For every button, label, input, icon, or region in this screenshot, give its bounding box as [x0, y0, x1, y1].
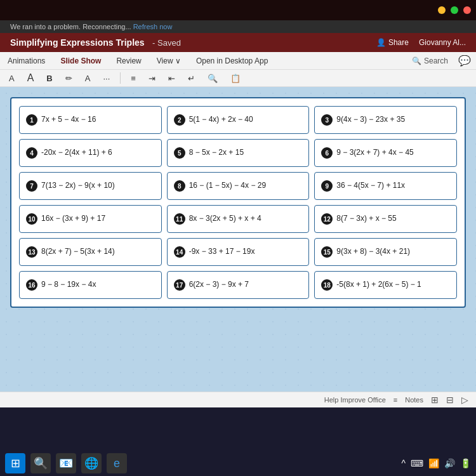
edge-taskbar[interactable]: e — [107, 453, 127, 473]
view-icon-2[interactable]: ⊟ — [446, 395, 454, 405]
expr-num-10: 10 — [26, 213, 37, 225]
bold-button[interactable]: B — [43, 73, 56, 84]
ribbon-search-group: 🔍 Search — [412, 56, 448, 65]
tray-volume[interactable]: 🔊 — [444, 458, 455, 468]
notes-icon: ≡ — [393, 396, 397, 404]
expression-card-18: 18-5(8x + 1) + 2(6x − 5) − 1 — [314, 271, 457, 299]
expr-num-16: 16 — [26, 279, 37, 291]
expr-text-10: 16x − (3x + 9) + 17 — [41, 214, 105, 224]
mail-taskbar[interactable]: 📧 — [56, 453, 76, 473]
expr-num-2: 2 — [174, 114, 185, 126]
reconnect-message: We ran into a problem. Reconnecting... — [10, 23, 131, 30]
indent-button[interactable]: ⇥ — [145, 73, 159, 84]
expr-text-16: 9 − 8 − 19x − 4x — [41, 280, 96, 290]
font-color-button[interactable]: A — [81, 73, 95, 84]
ribbon-slideshow[interactable]: Slide Show — [58, 55, 103, 67]
share-button[interactable]: 👤 Share — [376, 38, 409, 47]
expr-num-1: 1 — [26, 114, 37, 126]
search-taskbar[interactable]: 🔍 — [30, 453, 51, 473]
view-icon-1[interactable]: ⊞ — [431, 395, 439, 405]
expr-num-5: 5 — [174, 147, 185, 159]
expression-card-16: 169 − 8 − 19x − 4x — [19, 271, 162, 299]
accessibility[interactable]: 📋 — [227, 73, 244, 84]
expr-text-4: -20x − 2(4x + 11) + 6 — [41, 148, 112, 158]
ribbon-review[interactable]: Review — [114, 55, 143, 67]
maximize-btn[interactable] — [451, 6, 458, 14]
font-size-increase[interactable]: A — [23, 72, 38, 84]
user-name: Giovanny Al... — [419, 38, 466, 47]
tray-chevron[interactable]: ^ — [401, 458, 406, 468]
expr-num-11: 11 — [174, 213, 185, 225]
expr-num-3: 3 — [321, 114, 333, 126]
expr-text-13: 8(2x + 7) − 5(3x + 14) — [41, 247, 115, 257]
expr-num-15: 15 — [321, 246, 333, 258]
comment-icon[interactable]: 💬 — [458, 55, 471, 67]
text-direction[interactable]: ↵ — [184, 73, 199, 84]
expression-card-4: 4-20x − 2(4x + 11) + 6 — [19, 139, 162, 167]
pen-button[interactable]: ✏ — [62, 73, 76, 84]
ribbon-view[interactable]: View ∨ — [154, 55, 183, 67]
refresh-link[interactable]: Refresh now — [133, 23, 173, 30]
title-bar — [0, 0, 476, 20]
search-label[interactable]: Search — [424, 56, 448, 65]
app-title-group: Simplifying Expressions Triples - Saved — [10, 37, 181, 48]
view-icon-3[interactable]: ▷ — [461, 395, 468, 405]
font-size-decrease[interactable]: A — [5, 73, 18, 84]
expr-text-2: 5(1 − 4x) + 2x − 40 — [189, 115, 253, 125]
expression-card-12: 128(7 − 3x) + x − 55 — [314, 205, 457, 233]
bottom-bar: Help Improve Office ≡ Notes ⊞ ⊟ ▷ — [0, 392, 476, 407]
expr-num-6: 6 — [321, 147, 333, 159]
help-text[interactable]: Help Improve Office — [324, 396, 386, 404]
expr-text-9: 36 − 4(5x − 7) + 11x — [336, 181, 405, 191]
expression-grid: 17x + 5 − 4x − 1625(1 − 4x) + 2x − 4039(… — [10, 97, 466, 308]
ribbon-animations[interactable]: Animations — [5, 55, 48, 67]
app-header: Simplifying Expressions Triples - Saved … — [0, 33, 476, 52]
expression-card-9: 936 − 4(5x − 7) + 11x — [314, 172, 457, 200]
expression-card-1: 17x + 5 − 4x − 16 — [19, 106, 162, 134]
share-icon: 👤 — [376, 38, 386, 47]
expression-card-2: 25(1 − 4x) + 2x − 40 — [167, 106, 310, 134]
tray-keyboard[interactable]: ⌨ — [411, 458, 423, 468]
list-button[interactable]: ≡ — [127, 73, 140, 84]
ribbon: Animations Slide Show Review View ∨ Open… — [0, 52, 476, 70]
expression-card-15: 159(3x + 8) − 3(4x + 21) — [314, 238, 457, 266]
notes-label[interactable]: Notes — [405, 396, 423, 404]
expr-text-1: 7x + 5 − 4x − 16 — [41, 115, 96, 125]
tray-battery[interactable]: 🔋 — [460, 458, 471, 468]
expression-card-8: 816 − (1 − 5x) − 4x − 29 — [167, 172, 310, 200]
expr-text-5: 8 − 5x − 2x + 15 — [189, 148, 244, 158]
outdent-button[interactable]: ⇤ — [164, 73, 179, 84]
search-format[interactable]: 🔍 — [204, 73, 221, 84]
ribbon-open-desktop[interactable]: Open in Desktop App — [194, 55, 270, 67]
expression-card-14: 14-9x − 33 + 17 − 19x — [167, 238, 310, 266]
reconnect-bar: We ran into a problem. Reconnecting... R… — [0, 20, 476, 33]
expr-num-12: 12 — [321, 213, 333, 225]
expr-num-4: 4 — [26, 147, 37, 159]
app-saved-status: - Saved — [152, 38, 181, 48]
expression-card-3: 39(4x − 3) − 23x + 35 — [314, 106, 457, 134]
tray-wifi[interactable]: 📶 — [428, 458, 439, 468]
format-bar: A A B ✏ A ··· ≡ ⇥ ⇤ ↵ 🔍 📋 — [0, 70, 476, 87]
expr-num-7: 7 — [26, 180, 37, 192]
expr-text-7: 7(13 − 2x) − 9(x + 10) — [41, 181, 115, 191]
browser-taskbar[interactable]: 🌐 — [81, 453, 102, 473]
app-title: Simplifying Expressions Triples — [10, 37, 145, 48]
expr-text-14: -9x − 33 + 17 − 19x — [189, 247, 255, 257]
taskbar: ⊞ 🔍 📧 🌐 e ^ ⌨ 📶 🔊 🔋 — [0, 451, 476, 476]
more-options[interactable]: ··· — [99, 73, 114, 84]
expr-num-17: 17 — [174, 279, 185, 291]
close-btn[interactable] — [463, 6, 471, 14]
minimize-btn[interactable] — [438, 6, 446, 14]
search-icon: 🔍 — [412, 56, 421, 65]
expr-text-6: 9 − 3(2x + 7) + 4x − 45 — [336, 148, 413, 158]
start-button[interactable]: ⊞ — [5, 453, 25, 473]
expr-num-9: 9 — [321, 180, 333, 192]
expr-text-18: -5(8x + 1) + 2(6x − 5) − 1 — [336, 280, 421, 290]
app-header-right: 👤 Share Giovanny Al... — [376, 38, 466, 47]
expression-card-11: 118x − 3(2x + 5) + x + 4 — [167, 205, 310, 233]
expr-text-11: 8x − 3(2x + 5) + x + 4 — [189, 214, 261, 224]
expr-num-13: 13 — [26, 246, 37, 258]
expr-num-14: 14 — [174, 246, 185, 258]
expr-text-15: 9(3x + 8) − 3(4x + 21) — [336, 247, 410, 257]
expression-card-10: 1016x − (3x + 9) + 17 — [19, 205, 162, 233]
